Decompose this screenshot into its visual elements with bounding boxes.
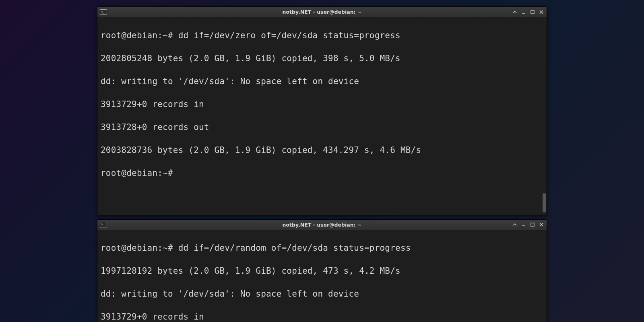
terminal-line: root@debian:~# — [101, 167, 543, 179]
rollup-button[interactable] — [512, 9, 518, 15]
terminal-icon — [100, 9, 107, 15]
maximize-button[interactable] — [530, 222, 535, 227]
terminal-line: dd: writing to '/dev/sda': No space left… — [101, 288, 543, 300]
window-title: notby.NET - user@debian: ~ — [97, 9, 547, 15]
terminal-line: root@debian:~# dd if=/dev/zero of=/dev/s… — [101, 30, 543, 41]
terminal-output[interactable]: root@debian:~# dd if=/dev/random of=/dev… — [97, 230, 547, 322]
window-controls — [512, 222, 544, 227]
svg-rect-1 — [531, 10, 534, 14]
minimize-button[interactable] — [521, 222, 526, 227]
terminal-output[interactable]: root@debian:~# dd if=/dev/zero of=/dev/s… — [97, 17, 547, 215]
terminal-icon — [100, 222, 107, 227]
scrollbar-thumb[interactable] — [543, 193, 546, 213]
terminal-window-1: notby.NET - user@debian: ~ root@debian:~… — [97, 6, 547, 215]
titlebar[interactable]: notby.NET - user@debian: ~ — [97, 220, 547, 230]
minimize-button[interactable] — [521, 9, 526, 15]
terminal-line: 2003828736 bytes (2.0 GB, 1.9 GiB) copie… — [101, 144, 543, 156]
terminal-window-2: notby.NET - user@debian: ~ root@debian:~… — [97, 219, 547, 322]
window-controls — [512, 9, 544, 15]
titlebar[interactable]: notby.NET - user@debian: ~ — [97, 7, 547, 17]
terminal-line: 3913729+0 records in — [101, 311, 543, 322]
terminal-line: 3913728+0 records out — [101, 122, 543, 133]
rollup-button[interactable] — [512, 222, 518, 227]
terminal-line: 1997128192 bytes (2.0 GB, 1.9 GiB) copie… — [101, 265, 543, 277]
terminal-line: dd: writing to '/dev/sda': No space left… — [101, 76, 543, 87]
terminal-line: root@debian:~# dd if=/dev/random of=/dev… — [101, 242, 543, 254]
close-button[interactable] — [539, 222, 544, 227]
close-button[interactable] — [539, 9, 544, 15]
terminal-line: 2002805248 bytes (2.0 GB, 1.9 GiB) copie… — [101, 53, 543, 64]
maximize-button[interactable] — [530, 9, 535, 15]
window-title: notby.NET - user@debian: ~ — [97, 222, 547, 228]
terminal-line: 3913729+0 records in — [101, 99, 543, 110]
svg-rect-3 — [531, 223, 534, 226]
